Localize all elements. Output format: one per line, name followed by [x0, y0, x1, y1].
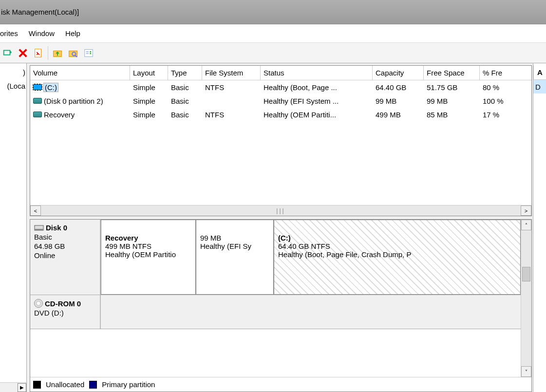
- volume-name: (Disk 0 partition 2): [44, 97, 103, 105]
- volume-status: Healthy (Boot, Page ...: [261, 82, 373, 93]
- volume-layout: Simple: [130, 82, 168, 93]
- toolbar: [0, 43, 546, 63]
- volume-name: (C:): [44, 83, 58, 92]
- right-pane: A D: [533, 63, 546, 392]
- volume-icon: [33, 98, 42, 104]
- volume-list-body: (C:) Simple Basic NTFS Healthy (Boot, Pa…: [30, 80, 531, 205]
- menubar: orites Window Help: [0, 24, 546, 43]
- volume-name: Recovery: [44, 111, 75, 119]
- toolbar-divider: [48, 46, 48, 60]
- svg-point-9: [90, 51, 91, 52]
- delete-x-icon: [18, 48, 28, 58]
- toolbar-properties-button[interactable]: [31, 46, 46, 60]
- scroll-right-icon[interactable]: >: [521, 205, 531, 216]
- folder-search-icon: [68, 48, 78, 58]
- partition-selected[interactable]: (C:) 64.40 GB NTFS Healthy (Boot, Page F…: [274, 220, 521, 295]
- volume-row[interactable]: (C:) Simple Basic NTFS Healthy (Boot, Pa…: [30, 80, 531, 94]
- cdrom-icon: [34, 299, 43, 308]
- toolbar-refresh-button[interactable]: [0, 46, 15, 60]
- disk-label[interactable]: Disk 0 Basic 64.98 GB Online: [30, 220, 101, 295]
- disk-row: Disk 0 Basic 64.98 GB Online Recovery 49: [30, 220, 521, 295]
- toolbar-up-button[interactable]: [50, 46, 65, 60]
- col-type[interactable]: Type: [168, 66, 202, 80]
- toolbar-find-button[interactable]: [66, 46, 80, 60]
- partition[interactable]: Recovery 499 MB NTFS Healthy (OEM Partit…: [101, 220, 196, 295]
- volume-layout: Simple: [130, 110, 168, 120]
- svg-rect-6: [85, 49, 93, 56]
- tree-node-1[interactable]: ): [7, 65, 25, 79]
- volume-row[interactable]: (Disk 0 partition 2) Simple Basic Health…: [30, 94, 531, 108]
- disk-row: CD-ROM 0 DVD (D:): [30, 295, 521, 329]
- volume-pct: 17 %: [480, 110, 509, 120]
- volume-row[interactable]: Recovery Simple Basic NTFS Healthy (OEM …: [30, 108, 531, 121]
- diagram-vscrollbar[interactable]: ˄ ˅: [521, 220, 531, 377]
- svg-rect-0: [4, 50, 10, 55]
- menu-help[interactable]: Help: [65, 29, 80, 37]
- col-freespace[interactable]: Free Space: [424, 66, 480, 80]
- disk-partitions-empty: [101, 295, 521, 329]
- volume-status: Healthy (EFI System ...: [261, 96, 373, 106]
- volume-list-header: Volume Layout Type File System Status Ca…: [30, 66, 531, 80]
- col-status[interactable]: Status: [261, 66, 373, 80]
- disk-icon: [34, 224, 44, 232]
- menu-favorites[interactable]: orites: [0, 29, 18, 37]
- col-percent-free[interactable]: % Fre: [480, 66, 509, 80]
- left-tree-pane: ) (Loca ▶: [0, 63, 27, 392]
- scroll-up-icon[interactable]: ˄: [521, 220, 531, 230]
- col-capacity[interactable]: Capacity: [373, 66, 424, 80]
- disk-partitions: Recovery 499 MB NTFS Healthy (OEM Partit…: [101, 220, 521, 295]
- volume-layout: Simple: [130, 96, 168, 106]
- col-volume[interactable]: Volume: [30, 66, 130, 80]
- scroll-track[interactable]: [521, 230, 531, 366]
- volume-capacity: 499 MB: [373, 110, 424, 120]
- scroll-thumb[interactable]: [522, 267, 530, 281]
- right-pane-item[interactable]: D: [533, 80, 546, 93]
- scroll-track[interactable]: |||: [41, 205, 521, 216]
- volume-pct: 80 %: [480, 82, 509, 93]
- folder-up-icon: [52, 48, 63, 58]
- menu-window[interactable]: Window: [29, 29, 55, 37]
- legend-swatch-unallocated: [33, 381, 41, 389]
- volume-free: 51.75 GB: [424, 82, 480, 93]
- scroll-down-icon[interactable]: ˅: [521, 366, 531, 377]
- volume-fs: NTFS: [202, 110, 261, 120]
- refresh-icon: [2, 48, 13, 58]
- legend-label-unallocated: Unallocated: [46, 380, 84, 389]
- legend-swatch-primary: [89, 381, 97, 389]
- volume-type: Basic: [168, 96, 202, 106]
- disk-diagram-pane: Disk 0 Basic 64.98 GB Online Recovery 49: [30, 219, 532, 392]
- volume-type: Basic: [168, 82, 202, 93]
- toolbar-delete-button[interactable]: [16, 46, 30, 60]
- legend-label-primary: Primary partition: [102, 380, 155, 389]
- toolbar-list-button[interactable]: [81, 46, 96, 60]
- window-title: isk Management(Local)]: [0, 8, 79, 16]
- right-pane-header[interactable]: A: [533, 65, 546, 80]
- volume-list-pane: Volume Layout Type File System Status Ca…: [30, 65, 532, 216]
- volume-icon: [33, 84, 42, 90]
- volume-free: 99 MB: [424, 96, 480, 106]
- volume-fs: NTFS: [202, 82, 261, 93]
- properties-icon: [33, 48, 44, 58]
- disk-label[interactable]: CD-ROM 0 DVD (D:): [30, 295, 101, 329]
- scroll-left-icon[interactable]: <: [30, 205, 41, 216]
- partition[interactable]: 99 MB Healthy (EFI Sy: [196, 220, 274, 295]
- legend: Unallocated Primary partition: [30, 377, 531, 392]
- volume-fs: [202, 100, 261, 102]
- tree-node-2[interactable]: (Loca: [7, 79, 25, 93]
- volume-type: Basic: [168, 110, 202, 120]
- svg-point-10: [90, 53, 91, 54]
- volume-pct: 100 %: [480, 96, 509, 106]
- svg-rect-12: [35, 229, 43, 230]
- left-hscroll[interactable]: ▶: [0, 382, 26, 392]
- titlebar: isk Management(Local)]: [0, 0, 546, 24]
- volume-capacity: 64.40 GB: [373, 82, 424, 93]
- col-filesystem[interactable]: File System: [202, 66, 261, 80]
- volume-capacity: 99 MB: [373, 96, 424, 106]
- col-layout[interactable]: Layout: [130, 66, 168, 80]
- scroll-right-icon[interactable]: ▶: [18, 383, 26, 392]
- volume-hscrollbar[interactable]: < ||| >: [30, 205, 531, 216]
- volume-icon: [33, 112, 42, 117]
- volume-free: 85 MB: [424, 110, 480, 120]
- volume-status: Healthy (OEM Partiti...: [261, 110, 373, 120]
- list-icon: [83, 48, 94, 58]
